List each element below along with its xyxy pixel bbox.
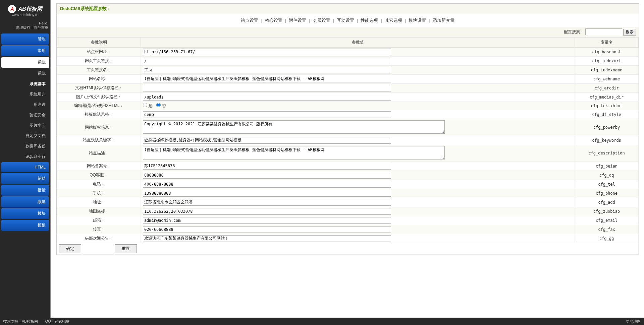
row-varname: cfg_phone	[575, 189, 639, 198]
menu-html[interactable]: HTML	[1, 162, 49, 172]
row-value-cell	[141, 74, 575, 83]
config-tab[interactable]: 其它选项	[383, 18, 404, 23]
hello-text: Hello,	[2, 21, 48, 25]
panel-title: DedeCMS系统配置参数：	[57, 4, 639, 14]
menu-channel[interactable]: 频道	[1, 196, 49, 207]
row-label: 头部欢迎公告：	[57, 234, 141, 243]
row-label: 站点默认关键字：	[57, 136, 141, 145]
row-label: 图片/上传文件默认路径：	[57, 92, 141, 102]
submenu-item[interactable]: 验证安全	[1, 110, 49, 120]
row-value-cell	[141, 171, 575, 180]
config-tab[interactable]: 核心设置	[264, 18, 284, 23]
submenu-item[interactable]: 图片水印	[1, 121, 49, 130]
front-home-link[interactable]: 前台首页	[34, 25, 48, 29]
row-value-cell	[141, 198, 575, 207]
radio-no[interactable]	[156, 103, 161, 107]
menu-manage[interactable]: 管理	[1, 34, 49, 45]
row-value-cell	[141, 119, 575, 136]
config-textarea[interactable]	[143, 120, 445, 134]
config-row: 邮箱：cfg_email	[57, 216, 639, 225]
row-value-cell: 是 否	[141, 102, 575, 110]
row-varname: cfg_webname	[575, 74, 639, 83]
config-input[interactable]	[143, 199, 391, 206]
config-tab[interactable]: 模块设置	[407, 18, 427, 23]
logo-text: AB模板网	[18, 6, 42, 13]
row-label: QQ客服：	[57, 171, 141, 180]
row-varname: cfg_basehost	[575, 47, 639, 56]
config-input[interactable]	[143, 137, 391, 144]
submenu-item[interactable]: 数据库备份	[1, 141, 49, 151]
main-content: DedeCMS系统配置参数： 站点设置|核心设置|附件设置|会员设置|互动设置|…	[50, 0, 644, 325]
config-textarea[interactable]	[143, 146, 445, 159]
submenu-item[interactable]: 系统用户	[1, 89, 49, 99]
th-var: 变量名	[575, 37, 639, 47]
config-tab[interactable]: 附件设置	[287, 18, 308, 23]
row-varname: cfg_beian	[575, 161, 639, 171]
config-input[interactable]	[143, 94, 391, 101]
row-label: 站点根网址：	[57, 47, 141, 56]
config-input[interactable]	[143, 172, 391, 179]
config-input[interactable]	[143, 67, 391, 73]
row-value-cell	[141, 110, 575, 119]
reset-button[interactable]	[115, 244, 137, 253]
submit-button[interactable]	[59, 244, 81, 253]
config-row: 文档HTML默认保存路径：cfg_arcdir	[57, 83, 639, 92]
search-row: 配置搜索：	[57, 27, 639, 37]
config-input[interactable]	[143, 208, 391, 215]
config-tab[interactable]: 性能选项	[359, 18, 379, 23]
row-varname: cfg_indexname	[575, 65, 639, 74]
footer-map-link[interactable]: 功能地图	[626, 319, 641, 324]
row-label: 邮箱：	[57, 216, 141, 225]
submenu-item[interactable]: 系统	[1, 69, 49, 78]
menu-batch[interactable]: 批量	[1, 185, 49, 196]
config-input[interactable]	[143, 217, 391, 224]
config-tab[interactable]: 站点设置	[239, 18, 260, 23]
config-panel: DedeCMS系统配置参数： 站点设置|核心设置|附件设置|会员设置|互动设置|…	[56, 3, 639, 255]
row-value-cell	[141, 145, 575, 161]
search-button[interactable]	[623, 29, 636, 36]
config-input[interactable]	[143, 111, 391, 118]
submenu-item[interactable]: 系统基本	[1, 79, 49, 89]
logo-icon: A	[8, 5, 16, 13]
row-value-cell	[141, 189, 575, 198]
row-label: 模板默认风格：	[57, 110, 141, 119]
config-input[interactable]	[143, 76, 391, 82]
row-varname: cfg_description	[575, 145, 639, 161]
row-value-cell	[141, 234, 575, 243]
row-value-cell	[141, 65, 575, 74]
config-input[interactable]	[143, 235, 391, 242]
row-label: 地址：	[57, 198, 141, 207]
row-label: 电话：	[57, 180, 141, 189]
config-row: 主页链接名：cfg_indexname	[57, 65, 639, 74]
config-input[interactable]	[143, 190, 391, 197]
search-input[interactable]	[585, 28, 622, 35]
radio-yes[interactable]	[143, 103, 147, 107]
menu-module[interactable]: 模块	[1, 208, 49, 219]
row-varname: cfg_gg	[575, 234, 639, 243]
menu-assist[interactable]: 辅助	[1, 173, 49, 184]
config-tab[interactable]: 互动设置	[335, 18, 356, 23]
row-value-cell	[141, 161, 575, 171]
config-input[interactable]	[143, 163, 391, 170]
row-varname: cfg_add	[575, 198, 639, 207]
config-input[interactable]	[143, 49, 391, 55]
submenu-item[interactable]: SQL命令行	[1, 152, 49, 161]
submenu-item[interactable]: 用户设	[1, 100, 49, 110]
row-varname: cfg_arcdir	[575, 83, 639, 92]
menu-common[interactable]: 常用	[1, 45, 49, 56]
row-value-cell	[141, 136, 575, 145]
config-input[interactable]	[143, 58, 391, 64]
config-input[interactable]	[143, 226, 391, 233]
menu-template[interactable]: 模板	[1, 220, 49, 231]
row-varname: cfg_df_style	[575, 110, 639, 119]
config-row: 图片/上传文件默认路径：cfg_medias_dir	[57, 92, 639, 102]
clear-cache-link[interactable]: 清理缓存	[16, 25, 31, 29]
config-tab[interactable]: 会员设置	[312, 18, 332, 23]
row-label: 地图坐标：	[57, 207, 141, 216]
config-input[interactable]	[143, 85, 391, 91]
config-input[interactable]	[143, 181, 391, 188]
config-tab[interactable]: 添加新变量	[431, 18, 456, 23]
config-row: 网页主页链接：cfg_indexurl	[57, 56, 639, 65]
menu-system[interactable]: 系统	[1, 57, 49, 68]
submenu-item[interactable]: 自定义文档	[1, 131, 49, 141]
